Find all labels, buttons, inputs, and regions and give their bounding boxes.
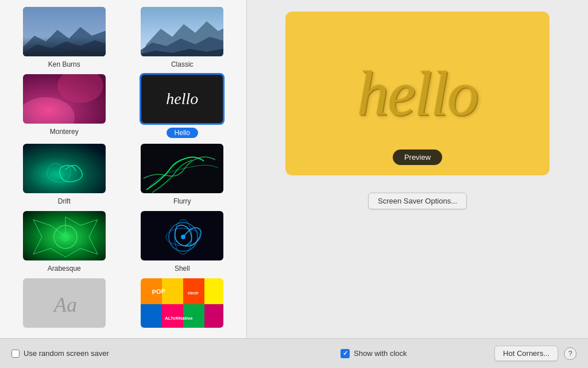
svg-text:ALTeRNative: ALTeRNative: [165, 316, 193, 321]
preview-area: hello Preview: [285, 12, 550, 175]
options-button-container: Screen Saver Options...: [368, 193, 467, 209]
svg-rect-28: [141, 304, 162, 329]
screensaver-thumb-word-of-day: Aa: [22, 277, 107, 329]
screensaver-list: Ken Burns: [0, 0, 247, 338]
preview-hello-text: hello: [357, 62, 478, 125]
screensaver-item-arabesque[interactable]: Arabesque: [9, 210, 120, 273]
screensaver-item-pop-art[interactable]: POP ALTeRNative electr: [127, 277, 238, 329]
screensaver-thumb-arabesque: [22, 210, 107, 262]
main-container: Ken Burns: [0, 0, 588, 338]
screensaver-item-ken-burns[interactable]: Ken Burns: [9, 6, 120, 68]
svg-marker-3: [23, 50, 107, 57]
screensaver-thumb-classic: [140, 6, 225, 57]
screensaver-thumb-monterey: [22, 73, 107, 125]
screensaver-thumb-hello: hello: [140, 73, 225, 125]
svg-rect-31: [204, 304, 225, 329]
thumb-image-ken-burns: [23, 7, 106, 56]
hot-corners-button[interactable]: Hot Corners...: [494, 346, 558, 361]
screensaver-item-shell[interactable]: Shell: [127, 210, 238, 273]
screensaver-item-word-of-day[interactable]: Aa: [9, 277, 120, 329]
svg-text:electr: electr: [188, 291, 199, 295]
screensaver-label-ken-burns: Ken Burns: [48, 60, 80, 68]
screensaver-label-flurry: Flurry: [173, 197, 191, 205]
svg-text:Aa: Aa: [53, 293, 77, 316]
thumb-image-hello: hello: [141, 75, 223, 123]
clock-checkbox-group: Show with clock: [253, 349, 495, 358]
screensaver-item-drift[interactable]: Drift: [9, 143, 120, 205]
right-buttons: Hot Corners... ?: [494, 346, 577, 361]
screensaver-label-monterey: Monterey: [50, 128, 79, 136]
svg-rect-27: [204, 278, 225, 304]
help-button[interactable]: ?: [564, 347, 577, 360]
thumb-image-classic: [141, 7, 223, 56]
screensaver-label-classic: Classic: [171, 60, 194, 68]
preview-panel: hello Preview Screen Saver Options...: [247, 0, 588, 338]
random-checkbox-group: Use random screen saver: [11, 349, 253, 358]
screensaver-label-shell: Shell: [175, 264, 190, 273]
svg-marker-2: [23, 40, 107, 57]
random-screensaver-label: Use random screen saver: [24, 349, 109, 358]
svg-point-15: [61, 232, 70, 241]
svg-rect-12: [141, 144, 225, 194]
screensaver-thumb-ken-burns: [22, 6, 107, 57]
screensaver-item-classic[interactable]: Classic: [127, 6, 238, 68]
screensaver-thumb-drift: [22, 143, 107, 194]
screensaver-thumb-shell: [140, 210, 225, 262]
screen-saver-options-button[interactable]: Screen Saver Options...: [368, 193, 467, 209]
screensaver-thumb-pop-art: POP ALTeRNative electr: [140, 277, 225, 329]
screensaver-item-monterey[interactable]: Monterey: [9, 73, 120, 138]
random-screensaver-checkbox[interactable]: [11, 350, 20, 358]
screensaver-label-drift: Drift: [58, 197, 71, 205]
svg-rect-0: [23, 7, 107, 57]
screensaver-item-hello[interactable]: hello Hello: [127, 73, 238, 138]
screensaver-label-arabesque: Arabesque: [48, 264, 81, 273]
clock-label: Show with clock: [354, 349, 407, 358]
grid-container: Ken Burns: [9, 6, 238, 329]
selected-badge-hello: Hello: [167, 128, 198, 138]
screensaver-thumb-flurry: [140, 143, 225, 194]
svg-point-20: [181, 235, 185, 239]
show-clock-checkbox[interactable]: [341, 349, 350, 358]
screensaver-item-flurry[interactable]: Flurry: [127, 143, 238, 205]
svg-text:POP: POP: [152, 288, 165, 296]
bottom-bar: Use random screen saver Show with clock …: [0, 338, 588, 368]
preview-button[interactable]: Preview: [393, 150, 442, 165]
